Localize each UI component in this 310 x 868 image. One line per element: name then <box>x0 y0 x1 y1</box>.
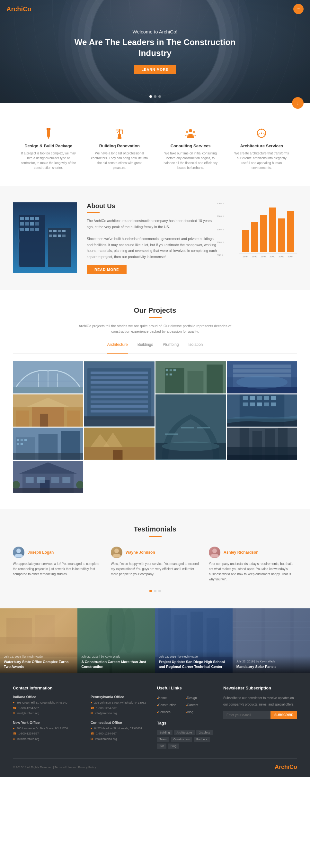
svg-rect-102 <box>181 427 194 429</box>
svg-point-149 <box>16 549 21 553</box>
svg-marker-16 <box>47 136 50 139</box>
service-icon-pencil <box>19 128 77 140</box>
svg-rect-52 <box>62 230 66 232</box>
svg-rect-121 <box>17 439 19 441</box>
footer-links-title: Useful Links <box>157 686 214 690</box>
footer-link-services[interactable]: Services <box>157 709 185 715</box>
tag-partners[interactable]: Partners <box>194 737 210 742</box>
service-title-2: Building Renovation <box>90 144 148 148</box>
svg-point-158 <box>123 608 135 653</box>
menu-button[interactable]: ≡ <box>293 4 304 14</box>
scroll-down-button[interactable]: ↓ <box>292 97 304 109</box>
news-item-2[interactable]: July 22, 2016 | by Kevin Wade A Construc… <box>77 608 155 673</box>
project-cell-7[interactable] <box>227 395 297 427</box>
projects-divider <box>149 317 162 318</box>
svg-rect-143 <box>37 477 45 483</box>
svg-rect-145 <box>62 477 70 483</box>
svg-rect-71 <box>91 400 148 403</box>
testimonial-dot-1[interactable] <box>149 590 152 592</box>
project-cell-11[interactable] <box>13 461 83 493</box>
service-consulting: Consulting Services We take our time on … <box>155 125 226 174</box>
news-item-4[interactable]: July 22, 2016 | by Kevin Wade Mandatory … <box>233 608 310 673</box>
tab-isolation[interactable]: Isolation <box>188 342 203 349</box>
chart-bar-1 <box>242 230 249 252</box>
svg-rect-106 <box>243 396 248 400</box>
footer-link-blog[interactable]: Blog <box>186 709 214 715</box>
project-cell-8[interactable] <box>13 428 83 460</box>
projects-title: Our Projects <box>13 306 297 315</box>
testimonial-dot-3[interactable] <box>159 590 161 592</box>
chevron-down-icon: ↓ <box>297 100 299 106</box>
testimonial-3: Ashley Richardson Your company understan… <box>209 547 297 582</box>
hero-welcome: Welcome to ArchiCo! <box>72 29 239 34</box>
tag-construction[interactable]: Construction <box>171 737 193 742</box>
testimonial-text-1: We appreciate your services a lot! You m… <box>13 561 101 577</box>
about-read-more-button[interactable]: READ MORE <box>87 265 127 274</box>
tag-blog[interactable]: Blog <box>168 743 179 749</box>
site-logo[interactable]: ArchiCo <box>6 5 32 13</box>
office-address-connecticut: ● 8477 Meadow St. Norwalk, CT 06851 <box>91 726 147 731</box>
tag-graphics[interactable]: Graphics <box>196 730 213 735</box>
project-cell-4[interactable] <box>227 361 297 394</box>
footer-link-home[interactable]: Home <box>157 695 185 701</box>
svg-point-33 <box>261 132 262 134</box>
footer-link-careers[interactable]: Careers <box>186 702 214 708</box>
project-cell-5[interactable] <box>13 395 83 427</box>
project-cell-3[interactable] <box>156 361 226 394</box>
tab-buildings[interactable]: Buildings <box>137 342 153 349</box>
service-title-3: Consulting Services <box>162 144 220 148</box>
newsletter-email-input[interactable] <box>223 711 271 719</box>
svg-rect-81 <box>173 369 176 371</box>
svg-rect-83 <box>170 374 172 375</box>
newsletter-subscribe-button[interactable]: SUBSCRIBE <box>271 711 297 719</box>
svg-rect-38 <box>30 217 34 220</box>
office-phone-indiana: ☎ 1-800-1234-567 <box>13 706 81 710</box>
news-item-1[interactable]: July 22, 2016 | by Kevin Wade Waterbury … <box>0 608 77 673</box>
svg-rect-110 <box>271 396 276 400</box>
svg-rect-53 <box>49 235 52 237</box>
tag-building[interactable]: Building <box>157 730 173 735</box>
news-date-4: July 22, 2016 | by Kevin Wade <box>236 660 306 663</box>
tag-for[interactable]: For <box>157 743 167 749</box>
about-content: About Us The ArchiCo architecture and co… <box>87 203 217 274</box>
office-email-connecticut: ✉ info@archico.org <box>91 737 147 741</box>
footer-link-design[interactable]: Design <box>186 695 214 701</box>
email-icon-3: ✉ <box>91 711 93 715</box>
testimonials-title: Testimonials <box>13 525 297 533</box>
svg-rect-50 <box>53 230 57 232</box>
service-design-build: Design & Build Package If a project is t… <box>13 125 84 174</box>
news-item-3[interactable]: July 22, 2016 | by Kevin Wade Project Up… <box>155 608 233 673</box>
testimonial-dots <box>13 590 297 592</box>
project-cell-10[interactable] <box>227 428 297 460</box>
project-grid <box>13 361 297 493</box>
hero-cta-button[interactable]: LEARN MORE <box>134 65 176 74</box>
service-building-renovation: Building Renovation We have a long list … <box>84 125 155 174</box>
footer-link-construction[interactable]: Construction <box>157 702 185 708</box>
svg-rect-48 <box>48 228 71 267</box>
location-icon-3: ● <box>91 701 92 705</box>
project-cell-1[interactable] <box>13 361 83 394</box>
svg-rect-18 <box>49 128 50 130</box>
project-cell-6[interactable] <box>156 395 226 460</box>
svg-rect-87 <box>233 365 291 368</box>
service-desc-4: We create architecture that transforms o… <box>233 151 291 170</box>
svg-rect-25 <box>120 134 121 137</box>
svg-point-26 <box>189 129 192 132</box>
testimonial-dot-2[interactable] <box>154 590 157 592</box>
tag-architecture[interactable]: Architecture <box>174 730 195 735</box>
testimonial-1: Joseph Logan We appreciate your services… <box>13 547 101 582</box>
project-cell-2[interactable] <box>84 361 154 427</box>
svg-rect-69 <box>91 391 148 394</box>
footer: Contact Information Indiana Office ● 895… <box>0 673 310 777</box>
projects-section: Our Projects ArchiCo projects tell the s… <box>0 290 310 509</box>
tab-architecture[interactable]: Architecture <box>107 342 128 353</box>
hero-headline: We Are The Leaders in The Construction I… <box>72 37 239 59</box>
project-cell-9[interactable] <box>84 428 154 460</box>
svg-rect-41 <box>25 222 29 225</box>
svg-rect-137 <box>227 455 297 460</box>
tab-plumbing[interactable]: Plumbing <box>163 342 179 349</box>
svg-rect-56 <box>62 235 66 237</box>
phone-icon-4: ☎ <box>91 732 94 736</box>
tag-team[interactable]: Team <box>157 737 169 742</box>
svg-rect-24 <box>118 134 119 137</box>
